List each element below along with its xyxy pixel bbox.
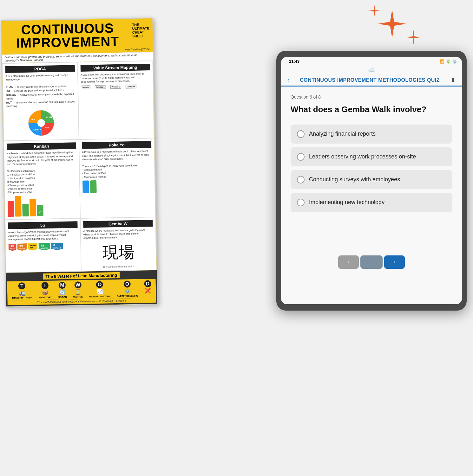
status-bar: 11:43 📶 🔋 📡 — [281, 57, 462, 64]
waste-motion: M 🔄 MOTION — [58, 282, 67, 298]
svg-text:CHECK: CHECK — [33, 128, 41, 131]
radio-a — [297, 130, 305, 138]
question-text: What does a Gemba Walk involve? — [291, 104, 452, 115]
waste-defects: D ❌ — [144, 280, 151, 297]
quiz-content: Question 6 of 8 What does a Gemba Walk i… — [281, 87, 462, 224]
wastes-title: The 8 Wastes of Lean Manufacturing — [43, 272, 120, 280]
gemba-cell: Gemba W A practice where managers and le… — [81, 217, 156, 271]
sparkle-decoration — [368, 3, 425, 48]
gemba-kanji: 現場 — [83, 241, 153, 264]
poster-title: CONTINUOUS IMPROVEMENT — [4, 21, 130, 50]
tablet-screen: 11:43 📶 🔋 📡 ☁️ ‹ CONTINUOUS IMPROVEMENT … — [281, 57, 462, 304]
quiz-header: ‹ CONTINUOUS IMPROVEMENT METHODOLOGIES Q… — [281, 74, 462, 87]
fives-shapes: 整理SEIRI 整頓SEITON SEISO清掃 清潔SEIKETSU 躾SHI… — [8, 242, 78, 251]
waste-overprocessing: O ⚙️ OVERPROCESSING — [117, 280, 138, 297]
pdca-cell: PDCA A four-step model for Lean problem-… — [3, 62, 79, 140]
vsm-header: Value Stream Mapping — [81, 64, 150, 72]
fives-text: A workplace organization methodology tha… — [8, 229, 78, 241]
poka-yoke-visual — [82, 179, 152, 193]
answer-option-b[interactable]: Leaders observing work processes on-site — [291, 147, 452, 166]
status-time: 11:43 — [289, 59, 299, 64]
waste-waiting: W ⏳ WAITING — [73, 281, 83, 298]
kanban-cell: Kanban Kanban is a scheduling system for… — [4, 140, 80, 219]
vsm-text: A visual tool that visualises your opera… — [81, 72, 150, 84]
quiz-title: CONTINUOUS IMPROVEMENT METHODOLOGIES QUI… — [300, 77, 440, 83]
pause-button[interactable]: ⏸ — [450, 77, 456, 83]
radio-b — [297, 153, 305, 161]
waste-overproduction: O 📈 OVERPRODUCTION — [89, 281, 110, 298]
waste-inventory: I 📦 INVENTORY — [38, 282, 51, 299]
svg-text:PLAN: PLAN — [46, 116, 52, 119]
menu-button[interactable]: ≡ — [360, 255, 382, 269]
poka-yoke-text: A Poka-Yoke is a mechanism that is put i… — [82, 149, 152, 179]
wifi-icon: 📡 — [452, 59, 457, 64]
svg-text:ACT: ACT — [30, 119, 35, 121]
quiz-navigation: ‹ ≡ › — [281, 249, 462, 275]
quiz-nav: ‹ CONTINUOUS IMPROVEMENT METHODOLOGIES Q… — [287, 77, 456, 83]
battery-icon: 🔋 — [446, 59, 451, 64]
vsm-diagram: Supplier → Process 1 → Process 2 → Custo… — [81, 84, 150, 89]
gemba-header: Gemba W — [83, 220, 153, 228]
next-button[interactable]: › — [384, 255, 405, 269]
gemba-text: A practice where managers and leaders go… — [83, 228, 153, 240]
fives-cell: 5S A workplace organization methodology … — [5, 219, 81, 273]
signal-icon: 📶 — [440, 59, 444, 64]
sparkle-large-icon — [378, 10, 406, 38]
cloud-icon: ☁️ — [281, 64, 462, 74]
waste-transportation: T 🚛 TRANSPORTATION — [12, 282, 32, 299]
answer-text-b: Leaders observing work processes on-site — [309, 153, 416, 160]
answer-option-d[interactable]: Implementing new technology — [291, 193, 452, 212]
answer-text-a: Analyzing financial reports — [309, 131, 376, 137]
back-button[interactable]: ‹ — [287, 77, 289, 83]
answer-text-c: Conducting surveys with employees — [309, 176, 400, 183]
wastes-section: The 8 Wastes of Lean Manufacturing T 🚛 T… — [6, 270, 157, 306]
poster-grid: PDCA A four-step model for Lean problem-… — [2, 61, 156, 273]
fives-header: 5S — [8, 221, 77, 229]
wastes-row: T 🚛 TRANSPORTATION I 📦 INVENTORY M 🔄 MOT… — [7, 279, 156, 300]
poka-yoke-cell: Poka Yo A Poka-Yoke is a mechanism that … — [79, 138, 155, 218]
status-icons: 📶 🔋 📡 — [440, 59, 457, 64]
tablet-device: 11:43 📶 🔋 📡 ☁️ ‹ CONTINUOUS IMPROVEMENT … — [276, 51, 467, 311]
answer-option-c[interactable]: Conducting surveys with employees — [291, 170, 452, 189]
gemba-caption: The Gemba is where the truth is — [84, 265, 154, 268]
pdca-text: A four-step model for Lean problem-solvi… — [5, 73, 76, 108]
vsm-cell: Value Stream Mapping A visual tool that … — [78, 61, 154, 139]
sparkle-extra-icon — [406, 30, 421, 44]
kanban-board: ✓ — [8, 195, 77, 217]
radio-c — [297, 176, 305, 183]
poster-header: CONTINUOUS IMPROVEMENT THE ULTIMATE CHEA… — [1, 18, 153, 55]
radio-d — [297, 199, 305, 206]
poster-subtitle: THE ULTIMATE CHEAT SHEET — [132, 23, 149, 38]
answer-text-d: Implementing new technology — [309, 199, 384, 206]
kanban-header: Kanban — [7, 142, 76, 150]
ci-poster: CONTINUOUS IMPROVEMENT THE ULTIMATE CHEA… — [1, 18, 158, 307]
poka-yoke-header: Poka Yo — [82, 141, 151, 149]
prev-button[interactable]: ‹ — [338, 255, 359, 269]
answer-option-a[interactable]: Analyzing financial reports — [291, 125, 452, 144]
pdca-circle: PLAN DO CHECK ACT — [27, 109, 56, 138]
pdca-header: PDCA — [5, 65, 75, 73]
kanban-text: Kanban is a scheduling system for lean m… — [7, 151, 77, 194]
question-counter: Question 6 of 8 — [291, 94, 452, 100]
svg-text:DO: DO — [45, 126, 49, 129]
